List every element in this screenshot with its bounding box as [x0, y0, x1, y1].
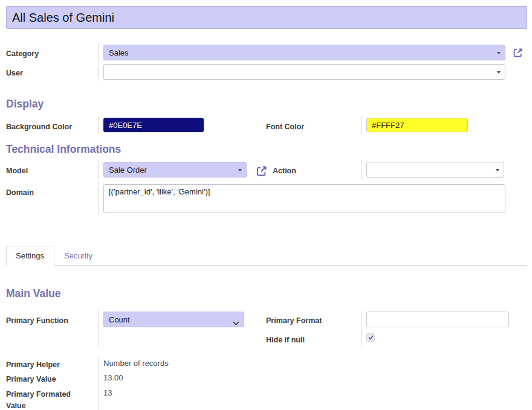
- primary-value-label: Primary Value: [6, 371, 98, 385]
- kpi-form-page: Category User Display: [0, 0, 532, 410]
- hide-if-null-checkbox[interactable]: [366, 333, 375, 342]
- domain-field-cell: [('partner_id', 'ilike', 'Gemini')]: [98, 182, 527, 215]
- user-field-cell: [98, 62, 527, 82]
- primary-function-select[interactable]: Count: [103, 312, 244, 327]
- model-external-link-icon[interactable]: [256, 165, 267, 176]
- display-fields-row: Background Color Font Color: [6, 116, 527, 134]
- primary-helper-value-cell: Number of records: [98, 356, 527, 371]
- user-input[interactable]: [103, 64, 505, 80]
- font-color-label: Font Color: [266, 116, 361, 134]
- model-input[interactable]: [103, 162, 247, 178]
- domain-textarea[interactable]: [('partner_id', 'ilike', 'Gemini')]: [103, 184, 505, 213]
- readonly-values-group: Primary Helper Number of records Primary…: [6, 356, 527, 410]
- primary-formated-value-value: 13: [103, 388, 112, 397]
- domain-group: Domain [('partner_id', 'ilike', 'Gemini'…: [6, 182, 527, 215]
- tab-security[interactable]: Security: [54, 246, 103, 266]
- background-color-field-cell: [98, 116, 266, 134]
- user-label: User: [6, 62, 98, 82]
- category-label: Category: [6, 43, 98, 62]
- font-color-field-cell: [361, 116, 527, 134]
- primary-function-field-cell: Count: [98, 310, 266, 346]
- domain-label: Domain: [6, 182, 98, 215]
- model-action-middle: Action: [246, 160, 361, 179]
- check-icon: [368, 335, 374, 340]
- font-color-input[interactable]: [366, 118, 468, 132]
- action-label: Action: [273, 167, 296, 175]
- background-color-group: Background Color: [6, 116, 266, 134]
- record-title-input[interactable]: [6, 6, 527, 29]
- model-field-cell: [98, 160, 246, 179]
- primary-function-label: Primary Function: [6, 310, 98, 346]
- primary-format-input[interactable]: [366, 312, 509, 327]
- display-section-heading: Display: [6, 98, 527, 111]
- tab-settings[interactable]: Settings: [6, 246, 54, 266]
- primary-function-group: Primary Function Count: [6, 310, 266, 346]
- category-combobox: [103, 45, 505, 60]
- primary-helper-value: Number of records: [103, 359, 169, 368]
- model-label: Model: [6, 160, 98, 179]
- action-combobox: [366, 162, 504, 178]
- primary-formated-value-cell: 13: [98, 386, 527, 410]
- primary-value-value-cell: 13.00: [98, 371, 527, 385]
- user-combobox: [103, 64, 505, 80]
- background-color-label: Background Color: [6, 116, 98, 134]
- primary-format-hide-group: Primary Format Hide if null: [266, 310, 527, 346]
- primary-formated-value-label: Primary Formated Value: [6, 386, 85, 410]
- font-color-group: Font Color: [266, 116, 527, 134]
- primary-format-field-cell: [361, 310, 527, 329]
- category-user-group: Category User: [6, 43, 527, 82]
- primary-value-value: 13.00: [103, 373, 123, 382]
- primary-function-select-wrap: Count: [103, 312, 244, 327]
- primary-helper-label: Primary Helper: [6, 356, 98, 371]
- hide-if-null-field-cell: [361, 329, 527, 346]
- category-field-cell: [98, 43, 527, 62]
- main-value-fields-row: Primary Function Count Primary Format: [6, 310, 527, 346]
- category-external-link-icon[interactable]: [513, 48, 523, 57]
- primary-format-label: Primary Format: [266, 310, 361, 329]
- hide-if-null-label: Hide if null: [266, 329, 361, 346]
- model-action-row: Model Action: [6, 160, 527, 179]
- model-combobox: [103, 162, 247, 178]
- action-field-cell: [361, 160, 527, 179]
- background-color-input[interactable]: [103, 118, 204, 132]
- notebook-tabs: Settings Security: [6, 246, 527, 266]
- technical-section-heading: Technical Informations: [6, 143, 527, 156]
- action-input[interactable]: [366, 162, 504, 178]
- category-input[interactable]: [103, 45, 505, 60]
- main-value-section-heading: Main Value: [6, 287, 527, 300]
